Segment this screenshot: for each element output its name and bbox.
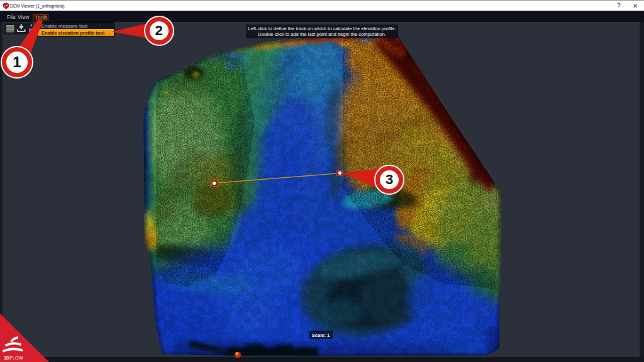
svg-text:Scale: 1: Scale: 1 — [312, 332, 330, 338]
svg-text:3DFLOW: 3DFLOW — [4, 355, 23, 361]
